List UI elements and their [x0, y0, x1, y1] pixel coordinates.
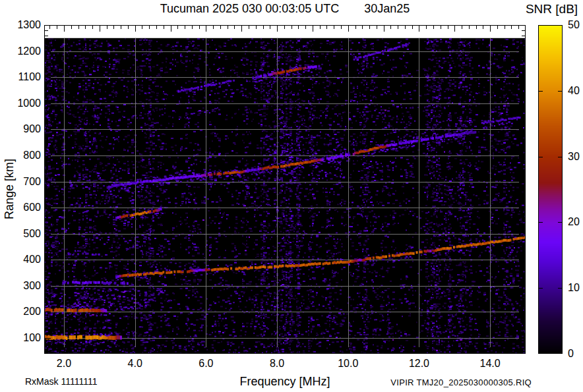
y-tick-label: 100	[0, 332, 41, 344]
snr-colorbar	[538, 25, 563, 354]
plot-date: 30Jan25	[364, 2, 410, 16]
x-tick-label: 4.0	[117, 358, 154, 370]
y-tick-label: 400	[0, 254, 41, 266]
title-row: Tucuman 2025 030 00:03:05 UTC 30Jan25	[44, 2, 526, 16]
y-tick-label: 600	[0, 202, 41, 213]
colorbar-tick-label: 30	[568, 151, 583, 163]
y-tick-label: 200	[0, 306, 41, 318]
colorbar-title: SNR [dB]	[520, 2, 583, 16]
rxmask-label: RxMask 11111111	[25, 376, 97, 387]
x-tick-label: 14.0	[472, 358, 508, 370]
x-tick-label: 10.0	[330, 358, 367, 370]
colorbar-tick-label: 0	[568, 348, 583, 360]
ionogram-heatmap-canvas	[44, 25, 526, 354]
file-reference-label: VIPIR TMJ20_2025030000305.RIQ	[390, 378, 532, 387]
colorbar-tick-label: 20	[568, 216, 583, 228]
x-tick-label: 8.0	[259, 358, 295, 370]
y-tick-label: 300	[0, 280, 41, 292]
y-tick-label: 1300	[0, 19, 41, 31]
plot-title: Tucuman 2025 030 00:03:05 UTC	[160, 2, 340, 16]
y-tick-label: 900	[0, 123, 41, 135]
x-tick-label: 6.0	[187, 358, 224, 370]
y-tick-label: 1100	[0, 71, 41, 83]
y-tick-label: 700	[0, 176, 41, 188]
colorbar-tick-label: 40	[568, 85, 583, 97]
x-tick-label: 12.0	[400, 358, 437, 370]
y-tick-label: 1200	[0, 45, 41, 57]
x-tick-label: 2.0	[46, 358, 82, 370]
y-tick-label: 500	[0, 228, 41, 240]
ionogram-app: Tucuman 2025 030 00:03:05 UTC 30Jan25 SN…	[0, 0, 583, 392]
y-tick-label: 800	[0, 150, 41, 161]
colorbar-tick-label: 50	[568, 19, 583, 31]
colorbar-tick-label: 10	[568, 282, 583, 294]
y-tick-label: 1000	[0, 98, 41, 109]
